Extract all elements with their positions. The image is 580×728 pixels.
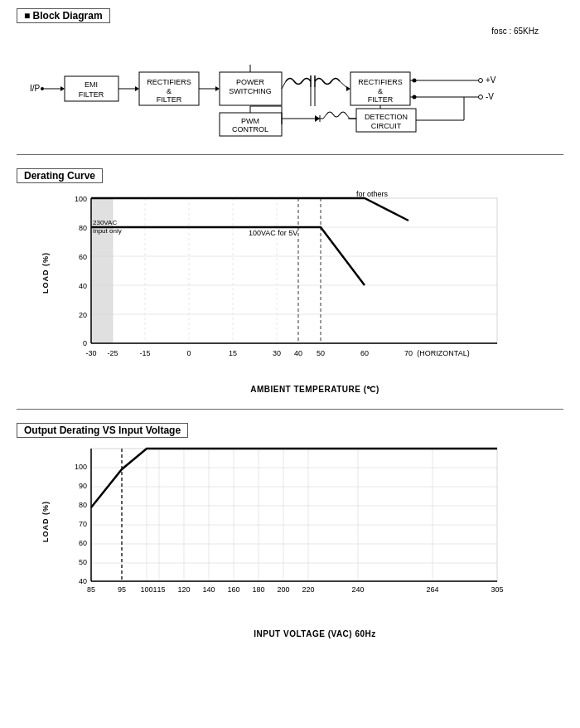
svg-text:200: 200	[277, 585, 289, 594]
svg-rect-96	[91, 449, 497, 581]
block-diagram-svg: I/P EMI FILTER RECTIFIERS & FILTER POWER…	[17, 40, 563, 143]
svg-text:240: 240	[351, 585, 364, 594]
svg-marker-13	[215, 86, 220, 91]
svg-text:0: 0	[186, 349, 191, 357]
svg-text:70: 70	[404, 349, 413, 357]
svg-rect-59	[91, 198, 497, 343]
svg-marker-45	[315, 115, 320, 122]
svg-text:140: 140	[202, 585, 215, 594]
svg-text:EMI: EMI	[85, 80, 98, 89]
ip-label: I/P	[30, 84, 41, 93]
svg-text:95: 95	[118, 585, 126, 594]
derating-x-axis-label: AMBIENT TEMPERATURE (℃)	[66, 385, 563, 394]
svg-text:80: 80	[79, 224, 87, 232]
svg-text:230VAC: 230VAC	[93, 219, 117, 226]
svg-text:&: &	[378, 87, 383, 95]
svg-text:DETECTION: DETECTION	[365, 113, 408, 121]
svg-text:PWM: PWM	[241, 117, 259, 125]
svg-text:100: 100	[75, 463, 87, 471]
svg-text:30: 30	[273, 349, 281, 357]
svg-text:60: 60	[79, 253, 87, 261]
svg-text:20: 20	[79, 311, 87, 319]
svg-line-42	[323, 114, 326, 119]
svg-text:50: 50	[317, 349, 325, 357]
derating-y-axis-label: LOAD (%)	[41, 252, 50, 294]
svg-text:-25: -25	[107, 349, 118, 357]
svg-text:15: 15	[229, 349, 237, 357]
svg-text:80: 80	[79, 501, 87, 509]
svg-text:40: 40	[294, 349, 302, 357]
svg-text:POWER: POWER	[236, 78, 265, 86]
svg-text:115: 115	[152, 585, 165, 594]
svg-text:-15: -15	[139, 349, 150, 357]
svg-marker-24	[346, 86, 350, 91]
svg-point-39	[479, 95, 483, 99]
output-derating-section: Output Derating VS Input Voltage LOAD (%…	[0, 416, 580, 645]
output-derating-title: Output Derating VS Input Voltage	[24, 425, 181, 436]
svg-text:FILTER: FILTER	[157, 95, 182, 104]
svg-text:120: 120	[177, 585, 190, 594]
svg-text:60: 60	[79, 539, 87, 547]
section-label-block: ■ Block Diagram	[24, 10, 103, 22]
svg-text:-30: -30	[85, 349, 96, 357]
svg-text:&: &	[167, 87, 172, 95]
svg-text:220: 220	[302, 585, 314, 594]
svg-text:FILTER: FILTER	[368, 95, 394, 104]
svg-text:70: 70	[79, 520, 87, 528]
derating-curve-section: Derating Curve LOAD (%)	[0, 162, 580, 400]
svg-text:90: 90	[79, 482, 87, 490]
svg-point-35	[413, 95, 417, 99]
svg-line-22	[282, 81, 286, 89]
derating-curve-title: Derating Curve	[24, 170, 95, 182]
svg-text:264: 264	[426, 585, 438, 594]
divider-2	[17, 409, 563, 410]
output-derating-chart-svg: 40 50 60 70 80 90 100 85 95 100 115 120 …	[58, 444, 539, 598]
svg-text:CONTROL: CONTROL	[232, 125, 268, 133]
svg-text:RECTIFIERS: RECTIFIERS	[358, 78, 403, 86]
svg-point-33	[413, 79, 417, 83]
fosc-label: fosc : 65KHz	[17, 27, 563, 36]
svg-text:50: 50	[79, 558, 87, 566]
block-diagram-section: Block Diagram ■ Block Diagram fosc : 65K…	[0, 0, 580, 148]
svg-text:100: 100	[140, 585, 152, 594]
svg-text:40: 40	[79, 577, 87, 585]
derating-chart-svg: 0 20 40 60 80 100 -30 -25 -15 0 15 30 40…	[58, 190, 539, 368]
svg-text:FILTER: FILTER	[79, 90, 104, 99]
svg-point-0	[41, 87, 44, 90]
svg-text:(HORIZONTAL): (HORIZONTAL)	[417, 349, 469, 357]
svg-text:305: 305	[491, 585, 503, 594]
output-y-axis-label: LOAD (%)	[41, 501, 50, 542]
svg-marker-7	[135, 86, 139, 91]
svg-text:160: 160	[227, 585, 239, 594]
svg-text:85: 85	[87, 585, 95, 594]
svg-text:60: 60	[360, 349, 369, 357]
svg-text:+V: +V	[486, 75, 496, 85]
svg-text:for others: for others	[356, 190, 389, 198]
svg-text:100: 100	[75, 195, 87, 203]
svg-text:Input only: Input only	[93, 227, 122, 235]
svg-text:SWITCHING: SWITCHING	[229, 87, 272, 95]
svg-marker-2	[60, 86, 65, 91]
svg-text:CIRCUIT: CIRCUIT	[371, 122, 402, 130]
svg-text:100VAC for 5V: 100VAC for 5V	[249, 229, 297, 237]
svg-text:0: 0	[83, 339, 87, 347]
svg-line-43	[346, 114, 350, 119]
divider-1	[17, 154, 563, 155]
output-x-axis-label: INPUT VOLTAGE (VAC) 60Hz	[66, 629, 563, 638]
svg-text:RECTIFIERS: RECTIFIERS	[147, 78, 191, 86]
svg-text:180: 180	[252, 585, 264, 594]
svg-point-38	[479, 79, 483, 83]
svg-text:40: 40	[79, 282, 87, 290]
svg-text:-V: -V	[486, 92, 494, 101]
